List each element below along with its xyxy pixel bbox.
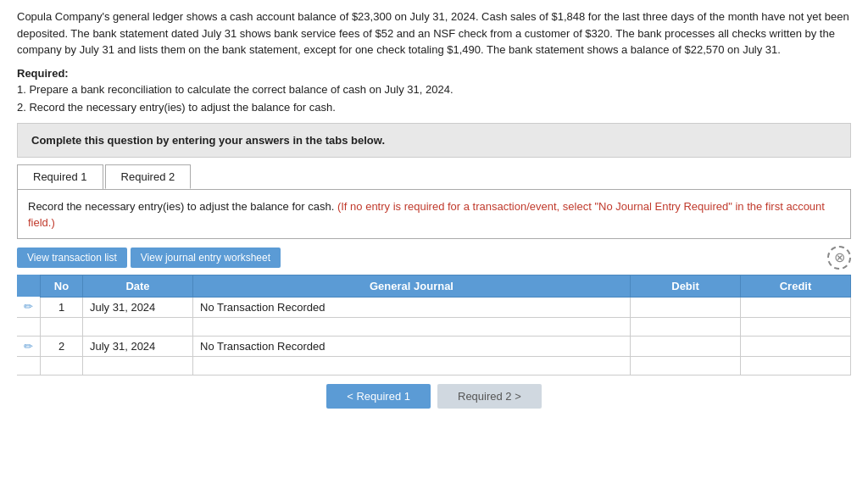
toolbar-row: View transaction list View journal entry… xyxy=(17,246,851,270)
close-icon[interactable]: ⊗ xyxy=(827,246,851,270)
required-title: Required: xyxy=(17,67,851,80)
required-item2: 2. Record the necessary entry(ies) to ad… xyxy=(17,99,851,116)
intro-text: Copula Company's general ledger shows a … xyxy=(17,8,851,58)
tabs-row: Required 1 Required 2 xyxy=(17,164,851,190)
row1-date: July 31, 2024 xyxy=(83,297,193,317)
complete-box: Complete this question by entering your … xyxy=(17,123,851,158)
row2-credit[interactable] xyxy=(741,336,851,356)
complete-box-text: Complete this question by entering your … xyxy=(31,134,385,147)
row1-credit[interactable] xyxy=(741,297,851,317)
col-header-date: Date xyxy=(83,275,193,297)
col-header-no: No xyxy=(41,275,83,297)
edit-icon-row2[interactable]: ✏ xyxy=(17,336,41,356)
nav-buttons-row: < Required 1 Required 2 > xyxy=(17,384,851,409)
prev-required1-button[interactable]: < Required 1 xyxy=(326,384,431,409)
row1-debit[interactable] xyxy=(631,297,741,317)
tab-required1[interactable]: Required 1 xyxy=(17,164,103,189)
next-required2-button[interactable]: Required 2 > xyxy=(437,384,542,409)
table-row-sub xyxy=(17,356,851,375)
table-row: ✏ 1 July 31, 2024 No Transaction Recorde… xyxy=(17,297,851,317)
row2-date: July 31, 2024 xyxy=(83,336,193,356)
view-journal-entry-worksheet-button[interactable]: View journal entry worksheet xyxy=(131,248,281,268)
required-item1: 1. Prepare a bank reconciliation to calc… xyxy=(17,81,851,98)
tab-required2[interactable]: Required 2 xyxy=(105,164,192,189)
col-header-general-journal: General Journal xyxy=(193,275,631,297)
edit-icon-row1[interactable]: ✏ xyxy=(17,297,41,317)
view-transaction-list-button[interactable]: View transaction list xyxy=(17,248,127,268)
col-header-debit: Debit xyxy=(631,275,741,297)
row2-no: 2 xyxy=(41,336,83,356)
required-section: Required: 1. Prepare a bank reconciliati… xyxy=(17,67,851,116)
table-row-sub xyxy=(17,317,851,336)
col-header-credit: Credit xyxy=(741,275,851,297)
row2-journal[interactable]: No Transaction Recorded xyxy=(193,336,631,356)
row1-journal[interactable]: No Transaction Recorded xyxy=(193,297,631,317)
table-row: ✏ 2 July 31, 2024 No Transaction Recorde… xyxy=(17,336,851,356)
info-note: Record the necessary entry(ies) to adjus… xyxy=(28,198,840,231)
info-text: Record the necessary entry(ies) to adjus… xyxy=(28,200,334,213)
journal-table: No Date General Journal Debit Credit ✏ 1… xyxy=(17,275,851,376)
tab-content-area: Record the necessary entry(ies) to adjus… xyxy=(17,190,851,239)
row1-no: 1 xyxy=(41,297,83,317)
toolbar-left: View transaction list View journal entry… xyxy=(17,248,281,268)
intro-paragraph: Copula Company's general ledger shows a … xyxy=(17,10,849,56)
row2-debit[interactable] xyxy=(631,336,741,356)
